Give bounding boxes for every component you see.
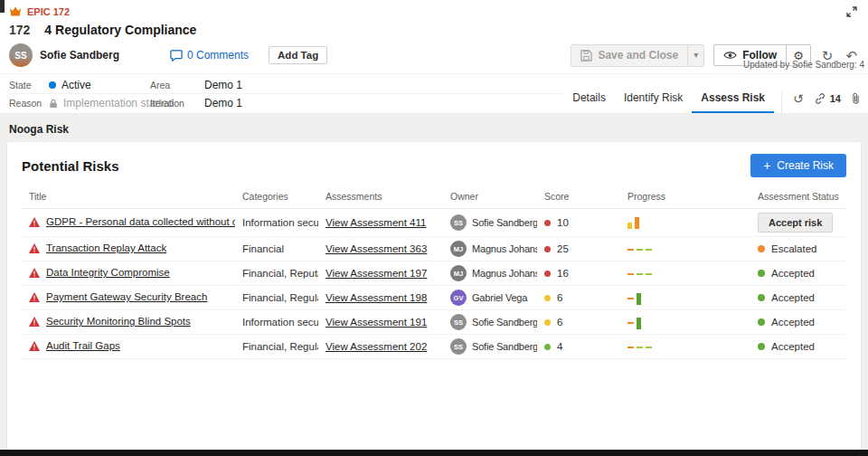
save-options-chevron[interactable]: ▾ [687, 45, 703, 66]
assessment-link[interactable]: View Assessment 411 [326, 217, 426, 228]
risk-table-row[interactable]: Audit Trail Gaps Financial, Regulatory V… [22, 335, 846, 359]
bottom-bar [0, 450, 868, 456]
work-item-title[interactable]: 4 Regulatory Compliance [44, 23, 196, 37]
work-item-id: 172 [9, 23, 30, 37]
owner-name[interactable]: Sofie Sandberg [40, 49, 119, 62]
tab-identify-risk[interactable]: Identify Risk [615, 83, 692, 113]
comments-link[interactable]: 0 Comments [170, 49, 249, 62]
status-label: Accepted [771, 292, 815, 303]
risk-title-link[interactable]: Transaction Replay Attack [46, 242, 166, 253]
create-risk-button[interactable]: + Create Risk [750, 154, 846, 177]
risk-table-row[interactable]: Data Integrity Compromise Financial, Rep… [22, 261, 846, 286]
score-value: 16 [557, 268, 569, 279]
assessment-status-cell: Accepted [750, 286, 846, 310]
tab-assess-risk[interactable]: Assess Risk [692, 83, 774, 113]
risks-table: TitleCategoriesAssessmentsOwnerScoreProg… [22, 185, 846, 359]
history-icon[interactable]: ↺ [793, 92, 804, 105]
status-label: Accepted [771, 317, 815, 328]
progress-dash [646, 249, 652, 251]
column-header: Assessments [318, 185, 443, 209]
save-icon [580, 50, 592, 62]
work-item-header: EPIC 172 172 4 Regulatory Compliance SS … [0, 0, 868, 113]
iteration-value[interactable]: Demo 1 [195, 97, 563, 109]
risk-categories: Information security... [235, 209, 318, 237]
assessment-link[interactable]: View Assessment 198 [326, 292, 427, 303]
owner-name: Sofie Sandberg [472, 217, 537, 228]
risk-title-link[interactable]: GDPR - Personal data collected without c… [46, 216, 235, 227]
assessment-status-cell: Accepted [750, 261, 846, 286]
add-tag-button[interactable]: Add Tag [269, 46, 327, 64]
risk-categories: Financial, Reputatio... [235, 261, 318, 286]
save-and-close-button[interactable]: Save and Close [571, 45, 687, 66]
area-value[interactable]: Demo 1 [195, 79, 563, 91]
score-dot [544, 319, 551, 326]
progress-chart [627, 340, 652, 354]
table-header-row: TitleCategoriesAssessmentsOwnerScoreProg… [22, 185, 846, 209]
progress-chart [627, 242, 652, 256]
score-dot [544, 220, 551, 226]
comments-label: 0 Comments [187, 49, 249, 62]
progress-dash [637, 249, 643, 251]
owner-avatar: MJ [450, 265, 467, 281]
risk-title-link[interactable]: Data Integrity Compromise [46, 267, 170, 278]
lock-icon [49, 99, 58, 109]
owner-name: Sofie Sandberg [472, 317, 537, 328]
progress-dash [637, 347, 643, 348]
progress-bar [637, 293, 641, 305]
risk-categories: Financial, Regulatory [235, 335, 318, 359]
owner-avatar: GV [450, 290, 467, 306]
attachments-icon[interactable] [851, 92, 861, 105]
score-dot [544, 344, 551, 350]
eye-icon [723, 51, 737, 60]
owner-avatar: SS [450, 214, 467, 231]
risk-categories: Financial [235, 237, 318, 261]
tab-details[interactable]: Details [563, 83, 615, 113]
status-badge: Accepted [758, 292, 815, 303]
risk-title-link[interactable]: Audit Trail Gaps [46, 340, 120, 351]
tab-tools: ↺ 14 [781, 92, 863, 113]
window-edge [0, 0, 5, 13]
status-badge: Escalated [758, 243, 817, 254]
risk-table-row[interactable]: Transaction Replay Attack Financial View… [22, 237, 846, 261]
status-label: Escalated [771, 243, 817, 254]
risk-warning-icon [29, 243, 40, 253]
assessment-link[interactable]: View Assessment 202 [326, 341, 427, 352]
column-header: Progress [620, 185, 750, 209]
column-header: Owner [443, 185, 537, 209]
risk-warning-icon [29, 341, 40, 351]
risk-table-row[interactable]: Security Monitoring Blind Spots Informat… [22, 310, 846, 335]
assessment-link[interactable]: View Assessment 191 [326, 317, 427, 328]
progress-chart [627, 215, 639, 229]
section-title: Nooga Risk [0, 113, 868, 142]
assessment-link[interactable]: View Assessment 363 [326, 243, 427, 254]
score-value: 6 [557, 292, 562, 303]
accept-risk-button[interactable]: Accept risk [758, 213, 833, 233]
card-header: Potential Risks + Create Risk [22, 154, 846, 177]
progress-dash [627, 347, 634, 348]
links-button[interactable]: 14 [814, 92, 841, 105]
assessment-status-cell: Accepted [750, 310, 846, 335]
risk-table-row[interactable]: GDPR - Personal data collected without c… [22, 209, 846, 237]
work-item-page: EPIC 172 172 4 Regulatory Compliance SS … [0, 0, 868, 456]
progress-dash [627, 298, 634, 299]
risk-warning-icon [29, 268, 40, 278]
risk-title-link[interactable]: Payment Gateway Security Breach [46, 291, 207, 302]
owner-avatar[interactable]: SS [9, 43, 33, 67]
progress-dash [637, 273, 643, 275]
state-value[interactable]: Active [40, 79, 150, 91]
risk-table-row[interactable]: Payment Gateway Security Breach Financia… [22, 286, 846, 310]
risk-categories: Financial, Regulatory [235, 286, 318, 310]
expand-icon[interactable] [844, 5, 859, 19]
score-value: 4 [557, 341, 562, 352]
status-label: Accepted [771, 341, 815, 352]
status-dot [758, 318, 765, 326]
score-value: 10 [557, 217, 569, 228]
risks-tbody: GDPR - Personal data collected without c… [22, 209, 846, 359]
risk-title-link[interactable]: Security Monitoring Blind Spots [46, 316, 191, 327]
epic-icon [9, 6, 22, 17]
save-and-close-group: Save and Close ▾ [571, 44, 704, 67]
status-badge: Accepted [758, 317, 815, 328]
assessment-link[interactable]: View Assessment 197 [326, 268, 427, 279]
risk-categories: Information security [235, 310, 318, 335]
owner-avatar: SS [450, 314, 467, 330]
